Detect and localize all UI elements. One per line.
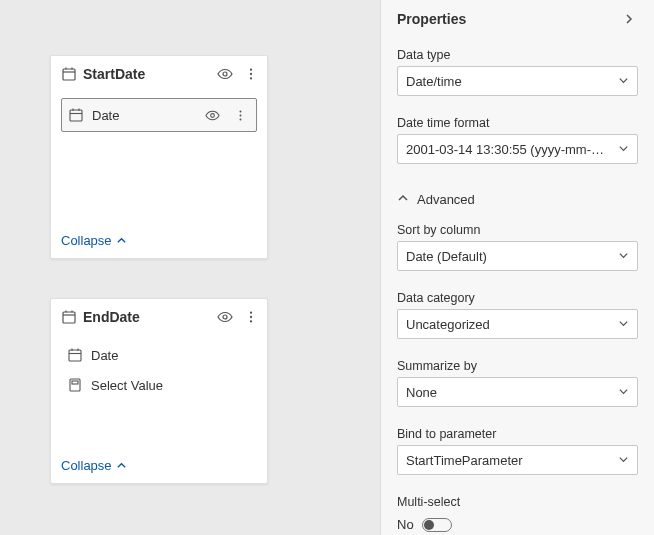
svg-point-23	[250, 320, 252, 322]
data-type-value: Date/time	[406, 74, 462, 89]
calendar-icon	[68, 107, 84, 123]
field-label: Select Value	[91, 378, 251, 393]
svg-point-20	[223, 315, 227, 319]
svg-point-13	[239, 110, 241, 112]
multi-value: No	[397, 517, 414, 532]
section-dt-format: Date time format 2001-03-14 13:30:55 (yy…	[381, 106, 654, 174]
category-select[interactable]: Uncategorized	[397, 309, 638, 339]
svg-point-7	[250, 77, 252, 79]
svg-point-15	[239, 118, 241, 120]
card-footer: Collapse	[51, 225, 267, 258]
chevron-down-icon	[618, 385, 629, 400]
field-label: Date	[91, 348, 251, 363]
card-header: StartDate	[51, 56, 267, 92]
card-body: Date	[51, 92, 267, 225]
data-type-label: Data type	[397, 38, 638, 66]
chevron-down-icon	[618, 74, 629, 89]
properties-panel: Properties Data type Date/time Date time…	[380, 0, 654, 535]
collapse-label: Collapse	[61, 233, 112, 248]
measure-icon	[67, 377, 83, 393]
collapse-button[interactable]: Collapse	[61, 458, 127, 473]
collapse-label: Collapse	[61, 458, 112, 473]
section-summarize: Summarize by None	[381, 349, 654, 417]
panel-title: Properties	[397, 11, 466, 27]
dt-format-value: 2001-03-14 13:30:55 (yyyy-mm-dd hh:n…	[406, 142, 606, 157]
dt-format-select[interactable]: 2001-03-14 13:30:55 (yyyy-mm-dd hh:n…	[397, 134, 638, 164]
field-row-date[interactable]: Date	[61, 341, 257, 369]
svg-point-21	[250, 311, 252, 313]
svg-point-4	[223, 72, 227, 76]
card-body: Date Select Value	[51, 335, 267, 450]
svg-rect-0	[63, 69, 75, 80]
svg-point-14	[239, 114, 241, 116]
card-footer: Collapse	[51, 450, 267, 483]
category-value: Uncategorized	[406, 317, 490, 332]
table-card-enddate[interactable]: EndDate Date	[50, 298, 268, 484]
visibility-toggle[interactable]	[215, 64, 235, 84]
svg-point-22	[250, 316, 252, 318]
card-title: StartDate	[83, 66, 209, 82]
sort-label: Sort by column	[397, 213, 638, 241]
card-title: EndDate	[83, 309, 209, 325]
visibility-toggle[interactable]	[215, 307, 235, 327]
svg-point-12	[210, 113, 214, 117]
table-card-startdate[interactable]: StartDate Date	[50, 55, 268, 259]
sort-value: Date (Default)	[406, 249, 487, 264]
svg-rect-16	[63, 312, 75, 323]
section-sort: Sort by column Date (Default)	[381, 213, 654, 281]
section-bind: Bind to parameter StartTimeParameter	[381, 417, 654, 485]
field-label: Date	[92, 108, 194, 123]
chevron-down-icon	[618, 317, 629, 332]
svg-point-5	[250, 68, 252, 70]
chevron-down-icon	[618, 453, 629, 468]
more-options-button[interactable]	[241, 307, 261, 327]
field-row-date[interactable]: Date	[61, 98, 257, 132]
chevron-up-icon	[116, 460, 127, 471]
chevron-up-icon	[397, 192, 409, 207]
table-icon	[61, 66, 77, 82]
svg-rect-29	[72, 381, 78, 384]
collapse-button[interactable]: Collapse	[61, 233, 127, 248]
bind-label: Bind to parameter	[397, 417, 638, 445]
section-multiselect: Multi-select No	[381, 485, 654, 535]
bind-value: StartTimeParameter	[406, 453, 523, 468]
sort-select[interactable]: Date (Default)	[397, 241, 638, 271]
panel-collapse-button[interactable]	[620, 10, 638, 28]
chevron-down-icon	[618, 249, 629, 264]
data-type-select[interactable]: Date/time	[397, 66, 638, 96]
section-data-type: Data type Date/time	[381, 38, 654, 106]
field-more-button[interactable]	[230, 105, 250, 125]
multi-label: Multi-select	[397, 485, 638, 513]
calendar-icon	[67, 347, 83, 363]
svg-rect-24	[69, 350, 81, 361]
svg-point-6	[250, 73, 252, 75]
panel-header: Properties	[381, 0, 654, 38]
model-canvas: StartDate Date	[0, 0, 380, 535]
chevron-up-icon	[116, 235, 127, 246]
field-row-selectvalue[interactable]: Select Value	[61, 371, 257, 399]
dt-format-label: Date time format	[397, 106, 638, 134]
advanced-label: Advanced	[417, 192, 475, 207]
svg-rect-8	[70, 110, 82, 121]
section-category: Data category Uncategorized	[381, 281, 654, 349]
bind-select[interactable]: StartTimeParameter	[397, 445, 638, 475]
toggle-knob	[424, 520, 434, 530]
summarize-label: Summarize by	[397, 349, 638, 377]
chevron-down-icon	[618, 142, 629, 157]
card-header: EndDate	[51, 299, 267, 335]
field-visibility-toggle[interactable]	[202, 105, 222, 125]
table-icon	[61, 309, 77, 325]
multi-select-toggle[interactable]	[422, 518, 452, 532]
summarize-value: None	[406, 385, 437, 400]
category-label: Data category	[397, 281, 638, 309]
summarize-select[interactable]: None	[397, 377, 638, 407]
advanced-toggle[interactable]: Advanced	[381, 178, 654, 213]
more-options-button[interactable]	[241, 64, 261, 84]
